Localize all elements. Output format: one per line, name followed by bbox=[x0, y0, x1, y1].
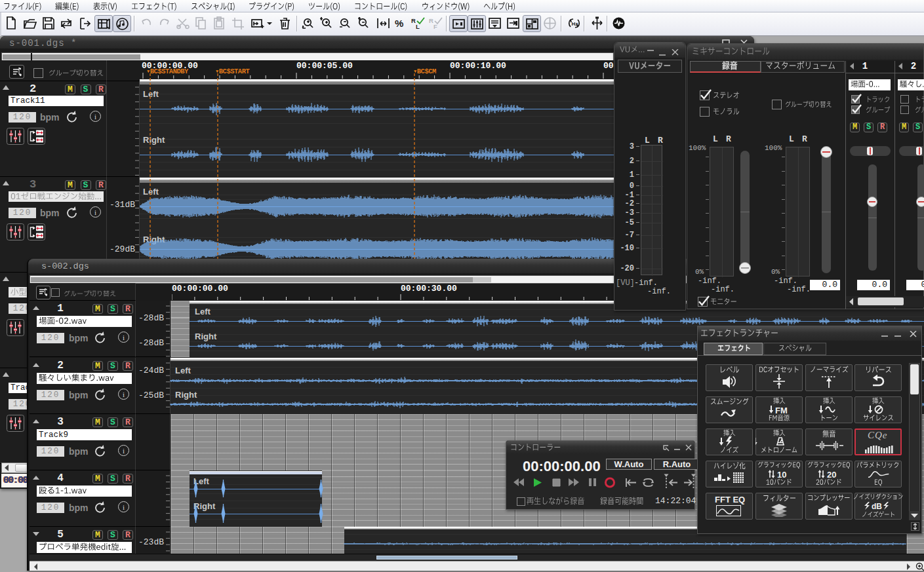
svg-text:L: L bbox=[416, 23, 420, 30]
svg-text:R: R bbox=[429, 17, 433, 24]
svg-text:%: % bbox=[395, 18, 403, 29]
svg-text:F: F bbox=[433, 23, 437, 30]
svg-text:R: R bbox=[411, 17, 416, 24]
svg-text:Hz: Hz bbox=[572, 21, 578, 27]
svg-text:dB: dB bbox=[872, 502, 882, 511]
